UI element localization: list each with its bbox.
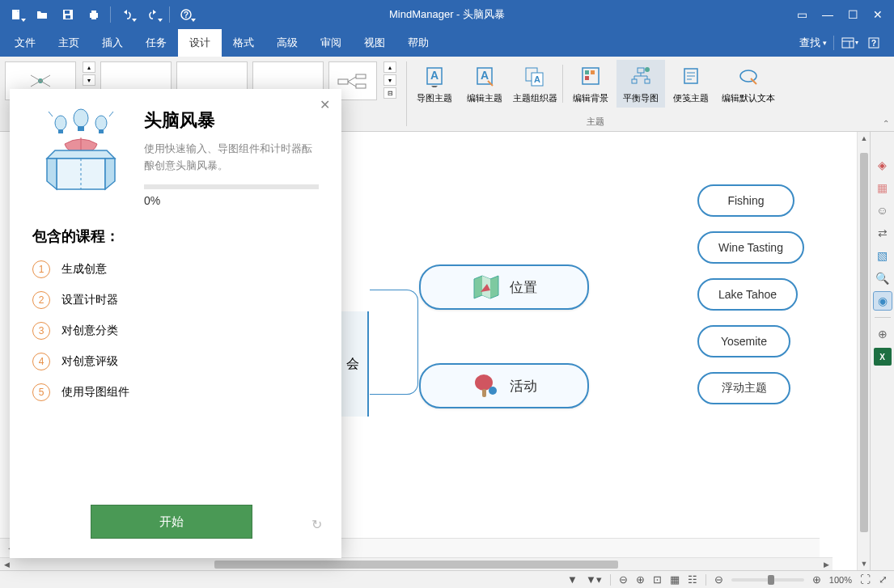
menu-tasks[interactable]: 任务	[134, 29, 178, 57]
svg-marker-9	[153, 10, 156, 15]
svg-rect-45	[632, 79, 637, 83]
thumb-up-1[interactable]: ▴	[83, 61, 95, 73]
status-fullscreen-icon[interactable]: ⤢	[879, 573, 888, 586]
float-yosemite[interactable]: Yosemite	[697, 325, 790, 357]
titlebar: ? MindManager - 头脑风暴 ▭ — ☐ ✕	[0, 0, 894, 28]
side-link-icon[interactable]: ⇄	[874, 224, 892, 242]
new-file-button[interactable]	[5, 4, 28, 25]
side-globe-icon[interactable]: ⊕	[874, 325, 892, 343]
zoom-slider[interactable]	[731, 578, 804, 582]
status-plus-icon[interactable]: ⊕	[812, 573, 821, 586]
start-button[interactable]: 开始	[91, 505, 252, 539]
side-tag-icon[interactable]: ◈	[874, 156, 892, 174]
scroll-up-arrow[interactable]: ▲	[858, 132, 871, 145]
ribbon-edit-theme[interactable]: A编辑主题	[460, 60, 509, 108]
ribbon-edit-default-text[interactable]: 编辑默认文本	[717, 60, 780, 108]
float-wine[interactable]: Wine Tasting	[697, 231, 804, 264]
open-file-button[interactable]	[31, 4, 53, 25]
search-menu[interactable]: 查找▾	[799, 36, 827, 50]
ribbon-options-icon[interactable]: ▭	[797, 8, 807, 21]
window-title: MindManager - 头脑风暴	[389, 7, 505, 22]
thumb-down-1[interactable]: ▾	[83, 74, 95, 86]
progress-text: 0%	[144, 194, 319, 207]
topic-activity[interactable]: 活动	[419, 363, 589, 408]
status-filter-icon[interactable]: ▼	[567, 573, 578, 586]
side-calendar-icon[interactable]: ▦	[874, 179, 892, 197]
scrollbar-vertical[interactable]: ▲ ▼	[857, 132, 870, 570]
lesson-1: 1生成创意	[32, 260, 319, 278]
ribbon-balance-map[interactable]: 平衡导图	[616, 60, 665, 108]
status-fit-width-icon[interactable]: ⛶	[860, 573, 871, 586]
menu-advanced[interactable]: 高级	[265, 29, 309, 57]
menubar: 文件 主页 插入 任务 设计 格式 高级 审阅 视图 帮助 查找▾ ▾ ?	[0, 28, 894, 57]
ribbon-map-theme[interactable]: A导图主题	[410, 60, 459, 108]
svg-rect-6	[91, 11, 96, 13]
scroll-right-arrow[interactable]: ▶	[820, 558, 833, 570]
status-grid-icon[interactable]: ▦	[670, 573, 680, 586]
ribbon-collapse-button[interactable]: ⌃	[883, 119, 889, 128]
brainstorm-modal: ✕ 头脑风暴 使用快速输入、导图组件和计时器酝酿创意头脑风暴。 0%	[10, 89, 341, 558]
menu-home[interactable]: 主页	[47, 29, 91, 57]
svg-rect-39	[585, 76, 589, 80]
svg-point-52	[740, 70, 756, 82]
quick-access-toolbar: ?	[0, 4, 202, 25]
svg-line-18	[31, 75, 40, 81]
menu-format[interactable]: 格式	[222, 29, 265, 57]
ribbon-theme-organizer[interactable]: A主题组织器	[511, 60, 559, 108]
redo-button[interactable]	[142, 4, 164, 25]
refresh-icon[interactable]: ↻	[311, 517, 322, 532]
side-focus-icon[interactable]: ◉	[874, 292, 892, 310]
svg-point-47	[645, 67, 650, 72]
close-button[interactable]: ✕	[873, 8, 883, 21]
maximize-button[interactable]: ☐	[848, 8, 858, 21]
layout-icon[interactable]: ▾	[841, 34, 858, 52]
brainstorm-illustration	[32, 108, 129, 197]
status-tree-icon[interactable]: ☷	[688, 573, 697, 586]
svg-text:?: ?	[871, 39, 876, 48]
topic-location[interactable]: 位置	[419, 264, 589, 310]
menu-help[interactable]: 帮助	[396, 29, 440, 57]
undo-button[interactable]	[116, 4, 138, 25]
thumb-more[interactable]: ⊟	[383, 87, 396, 99]
menu-insert[interactable]: 插入	[91, 29, 134, 57]
menu-design[interactable]: 设计	[178, 29, 222, 57]
menu-file[interactable]: 文件	[3, 29, 47, 57]
menu-view[interactable]: 视图	[353, 29, 396, 57]
status-zoom-out-icon[interactable]: ⊖	[619, 573, 628, 586]
scroll-down-arrow[interactable]: ▼	[858, 557, 871, 570]
side-excel-icon[interactable]: X	[874, 348, 892, 366]
status-filter2-icon[interactable]: ▼▾	[586, 573, 602, 586]
pingpong-icon	[471, 371, 500, 400]
statusbar: ▼ ▼▾ ⊖ ⊕ ⊡ ▦ ☷ ⊖ ⊕ 100% ⛶ ⤢	[0, 570, 894, 588]
svg-point-60	[55, 116, 66, 130]
scrollbar-horizontal[interactable]: ◀ ▶	[0, 557, 833, 570]
svg-point-59	[489, 387, 497, 395]
side-person-icon[interactable]: ☺	[874, 201, 892, 219]
side-image-icon[interactable]: ▧	[874, 247, 892, 264]
help-dropdown-button[interactable]: ?	[175, 4, 197, 25]
side-search-icon[interactable]: 🔍	[874, 269, 892, 287]
save-button[interactable]	[57, 4, 79, 25]
status-minus-icon[interactable]: ⊖	[714, 573, 723, 586]
status-zoom-in-icon[interactable]: ⊕	[636, 573, 645, 586]
help-icon[interactable]: ?	[865, 34, 883, 52]
thumb-down-2[interactable]: ▾	[383, 74, 396, 86]
scroll-left-arrow[interactable]: ◀	[0, 558, 13, 570]
ribbon-note-theme[interactable]: 便笺主题	[667, 60, 715, 108]
modal-close-button[interactable]: ✕	[320, 97, 330, 112]
status-fit-icon[interactable]: ⊡	[653, 573, 662, 586]
print-button[interactable]	[83, 4, 105, 25]
float-tahoe[interactable]: Lake Tahoe	[697, 278, 798, 311]
center-topic[interactable]: 会	[337, 311, 369, 417]
modal-title: 头脑风暴	[144, 108, 319, 133]
menu-review[interactable]: 审阅	[309, 29, 353, 57]
svg-line-66	[49, 112, 53, 116]
svg-marker-29	[431, 86, 438, 87]
lesson-5: 5使用导图组件	[32, 383, 319, 401]
svg-point-64	[95, 116, 107, 130]
ribbon-edit-background[interactable]: 编辑背景	[566, 60, 615, 108]
float-floating[interactable]: 浮动主题	[697, 372, 790, 404]
minimize-button[interactable]: —	[822, 8, 833, 21]
float-fishing[interactable]: Fishing	[697, 184, 794, 217]
thumb-up-2[interactable]: ▴	[383, 61, 396, 73]
